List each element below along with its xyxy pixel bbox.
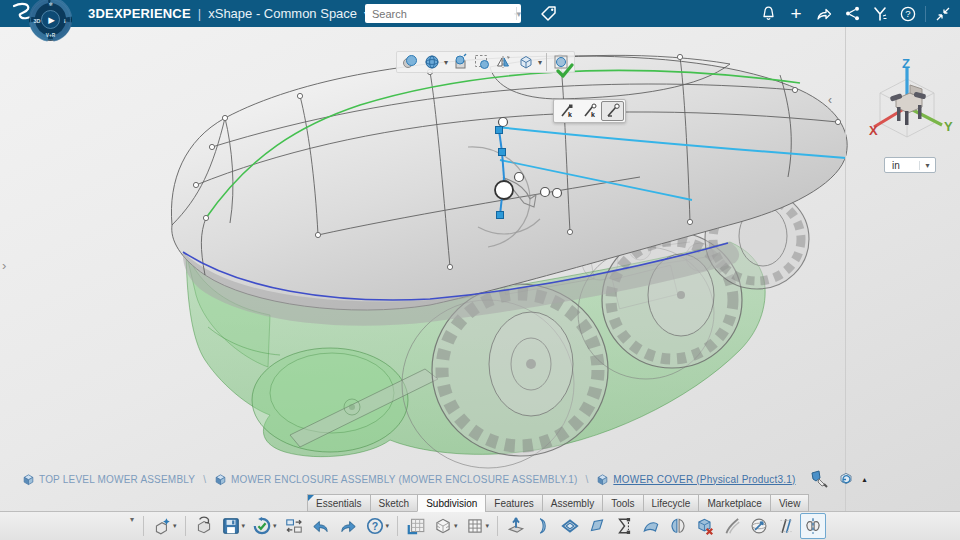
caret-icon[interactable]: ▾ (486, 522, 490, 530)
handle-tangent-3[interactable] (553, 189, 562, 198)
control-point-1[interactable] (496, 127, 503, 134)
3dexperience-compass[interactable]: ▶ 3D V+R ✻ ℹ (28, 0, 73, 42)
subdivision-weight-button[interactable] (665, 513, 691, 539)
modification-grid-button[interactable]: ▾ (462, 513, 493, 539)
product-cube-icon (22, 473, 35, 486)
tab-subdivision[interactable]: Subdivision (417, 494, 485, 512)
breadcrumb-separator: \ (203, 474, 206, 485)
erase-face-button[interactable] (692, 513, 718, 539)
handle-tangent-2[interactable] (541, 188, 550, 197)
x-axis-label[interactable]: X (869, 123, 878, 138)
top-bar: 3DEXPERIENCE | xShape - Common Space ▾ ▾… (0, 0, 960, 27)
share-network-icon[interactable] (841, 3, 863, 25)
display-mode-caret-icon[interactable]: ▾ (444, 58, 448, 67)
duplicate-offset-button[interactable] (773, 513, 799, 539)
primitive-box-button[interactable]: ▾ (430, 513, 461, 539)
green-check-icon[interactable] (556, 63, 574, 79)
display-mode-shaded-icon[interactable] (399, 52, 421, 72)
hide-show-selection-icon[interactable] (471, 52, 493, 72)
swap-references-button[interactable] (281, 513, 307, 539)
collapse-window-icon[interactable] (932, 3, 954, 25)
symmetry-button[interactable] (800, 513, 826, 539)
notifications-bell-icon[interactable] (757, 3, 779, 25)
units-dropdown[interactable]: in ▾ (884, 157, 936, 173)
add-plus-icon[interactable]: + (785, 3, 807, 25)
control-point-2[interactable] (499, 149, 506, 156)
bend-curve-button[interactable] (530, 513, 556, 539)
match-surface-button[interactable] (638, 513, 664, 539)
undo-button[interactable] (308, 513, 334, 539)
right-panel-divider (845, 27, 846, 540)
search-box[interactable]: ▾ (365, 4, 521, 23)
help-commands-button[interactable]: ? ▾ (362, 513, 393, 539)
breadcrumb-label: MOWER ENCLOSURE ASSEMBLY (MOWER ENCLOSUR… (231, 474, 578, 485)
work-on-support-grid-button[interactable] (403, 513, 429, 539)
axis-triad[interactable]: X Y Z (852, 55, 957, 160)
control-point-3[interactable] (497, 212, 504, 219)
new-content-button[interactable]: ▾ (149, 513, 180, 539)
caret-icon[interactable]: ▾ (273, 522, 277, 530)
extrude-face-button[interactable] (503, 513, 529, 539)
view-cube-icon[interactable] (515, 52, 537, 72)
right-panel-collapser-icon[interactable]: ‹ (828, 93, 832, 107)
redo-button[interactable] (335, 513, 361, 539)
breadcrumb-actions: ▴ (809, 469, 867, 489)
caret-icon[interactable]: ▾ (454, 522, 458, 530)
breadcrumb-more-icon[interactable]: ▴ (863, 475, 867, 484)
y-axis-label[interactable]: Y (944, 119, 953, 134)
edit-point-kink-a-icon[interactable]: k (555, 101, 578, 121)
edit-point-smooth-icon[interactable] (601, 101, 624, 121)
tag-icon[interactable] (539, 4, 559, 24)
share-arrow-icon[interactable] (813, 3, 835, 25)
insert-loop-button[interactable] (557, 513, 583, 539)
z-axis-label[interactable]: Z (902, 56, 910, 71)
breadcrumb-label: TOP LEVEL MOWER ASSEMBLY (39, 474, 195, 485)
tab-assembly[interactable]: Assembly (542, 494, 602, 512)
brand-label: 3DEXPERIENCE (88, 6, 191, 21)
tab-label: Subdivision (426, 498, 477, 509)
explore-with-pencil-icon[interactable] (809, 469, 829, 489)
3d-viewport[interactable]: › ‹ ▾ ▾ (0, 27, 960, 540)
tab-tools[interactable]: Tools (602, 494, 642, 512)
search-input[interactable] (365, 6, 514, 21)
view-cube-caret-icon[interactable]: ▾ (538, 58, 542, 67)
save-button[interactable]: ▾ (218, 513, 249, 539)
open-button[interactable] (191, 513, 217, 539)
caret-icon[interactable]: ▾ (386, 522, 390, 530)
left-panel-expander-icon[interactable]: › (2, 258, 6, 273)
tab-sketch[interactable]: Sketch (370, 494, 418, 512)
help-icon[interactable]: ? (897, 3, 919, 25)
tab-features[interactable]: Features (485, 494, 541, 512)
mirror-display-icon[interactable] (493, 52, 515, 72)
caret-icon[interactable]: ▾ (173, 522, 177, 530)
action-bar: ▾ ▾ ▾ ▾ (0, 511, 960, 540)
selected-point-handle[interactable] (495, 181, 513, 199)
tab-view[interactable]: View (770, 494, 810, 512)
create-face-button[interactable] (584, 513, 610, 539)
handle-top[interactable] (499, 118, 508, 127)
update-product-icon[interactable] (837, 470, 855, 488)
save-and-update-button[interactable]: ▾ (249, 513, 280, 539)
toolbar-expander-icon[interactable]: ▾ (130, 515, 134, 524)
search-options-caret-icon[interactable]: ▾ (516, 9, 521, 19)
edit-point-kink-b-icon[interactable]: k (578, 101, 601, 121)
plus-glyph: + (790, 3, 801, 25)
reframe-on-selection-icon[interactable] (449, 52, 471, 72)
breadcrumb-item-top-level[interactable]: TOP LEVEL MOWER ASSEMBLY (22, 473, 195, 486)
tab-lifecycle[interactable]: Lifecycle (643, 494, 699, 512)
swym-icon[interactable] (869, 3, 891, 25)
tab-marketplace[interactable]: Marketplace (698, 494, 769, 512)
handle-tangent-1[interactable] (515, 173, 524, 182)
curvature-flow-button[interactable] (719, 513, 745, 539)
section-tabs: Essentials Sketch Subdivision Features A… (307, 494, 809, 512)
breadcrumb-item-mower-cover[interactable]: MOWER COVER (Physical Product3.1) (596, 473, 795, 486)
tab-essentials[interactable]: Essentials (307, 494, 370, 512)
project-on-sphere-button[interactable] (746, 513, 772, 539)
align-points-button[interactable] (611, 513, 637, 539)
mower-3d-scene[interactable] (0, 27, 960, 540)
app-name-label[interactable]: xShape - Common Space (208, 6, 357, 21)
display-mode-material-icon[interactable] (421, 52, 443, 72)
caret-icon[interactable]: ▾ (242, 522, 246, 530)
breadcrumb-item-enclosure-assembly[interactable]: MOWER ENCLOSURE ASSEMBLY (MOWER ENCLOSUR… (214, 473, 578, 486)
view-toolbar-separator (546, 53, 547, 71)
